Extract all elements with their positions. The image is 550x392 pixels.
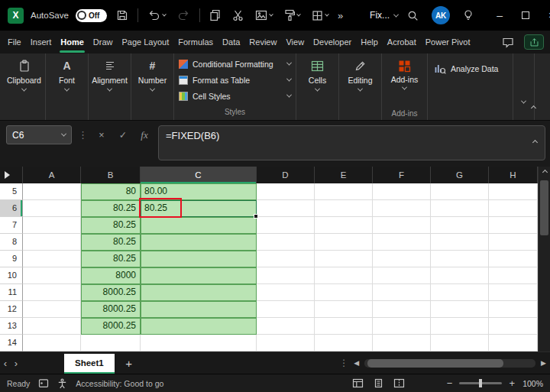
cell-H12[interactable] xyxy=(489,301,538,318)
menu-data[interactable]: Data xyxy=(218,31,244,53)
cell-C9[interactable] xyxy=(141,251,257,267)
cell-G11[interactable] xyxy=(431,284,489,301)
formula-input[interactable]: =FIXED(B6) xyxy=(158,125,545,160)
row-header-11[interactable]: 11 xyxy=(0,284,23,301)
menu-formulas[interactable]: Formulas xyxy=(173,31,218,53)
menu-review[interactable]: Review xyxy=(244,31,281,53)
cell-A11[interactable] xyxy=(23,284,81,301)
hscroll-left-button[interactable]: ◀ xyxy=(354,359,359,367)
zoom-out-button[interactable]: − xyxy=(447,377,453,389)
comments-button[interactable] xyxy=(500,34,516,50)
row-header-6[interactable]: 6 xyxy=(0,200,23,217)
cell-C11[interactable] xyxy=(141,284,257,301)
insert-function-button[interactable]: fx xyxy=(137,125,152,144)
expand-formula-bar-icon[interactable] xyxy=(532,140,538,145)
paste-button[interactable] xyxy=(253,8,275,23)
cell-G13[interactable] xyxy=(431,318,489,335)
save-button[interactable] xyxy=(114,7,131,24)
cell-C6[interactable]: 80.25 xyxy=(141,200,257,217)
menu-page-layout[interactable]: Page Layout xyxy=(117,31,173,53)
sheet-tab-sheet1[interactable]: Sheet1 xyxy=(64,354,115,374)
menu-acrobat[interactable]: Acrobat xyxy=(383,31,421,53)
share-button[interactable] xyxy=(524,34,544,50)
row-header-13[interactable]: 13 xyxy=(0,318,23,335)
menu-help[interactable]: Help xyxy=(356,31,383,53)
cell-D12[interactable] xyxy=(257,301,315,318)
cell-B7[interactable]: 80.25 xyxy=(81,217,141,234)
cell-E11[interactable] xyxy=(315,284,373,301)
cell-F12[interactable] xyxy=(373,301,431,318)
cell-G6[interactable] xyxy=(431,200,489,217)
menu-insert[interactable]: Insert xyxy=(26,31,57,53)
cell-H13[interactable] xyxy=(489,318,538,335)
cell-C7[interactable] xyxy=(141,217,257,234)
ribbon-group-editing[interactable]: Editing xyxy=(339,53,382,120)
normal-view-button[interactable] xyxy=(352,378,364,388)
macro-record-icon[interactable] xyxy=(38,378,49,388)
cell-H7[interactable] xyxy=(489,217,538,234)
cell-A7[interactable] xyxy=(23,217,81,234)
menu-developer[interactable]: Developer xyxy=(309,31,356,53)
cell-E14[interactable] xyxy=(315,335,373,352)
page-layout-view-button[interactable] xyxy=(374,378,383,388)
ribbon-group-alignment[interactable]: Alignment xyxy=(89,53,131,120)
format-painter-button[interactable] xyxy=(282,7,302,24)
column-header-B[interactable]: B xyxy=(81,167,141,183)
cell-E5[interactable] xyxy=(315,183,373,200)
column-header-F[interactable]: F xyxy=(373,167,431,183)
format-as-table-button[interactable]: Format as Table xyxy=(179,72,291,88)
fill-handle[interactable] xyxy=(254,214,258,219)
close-button[interactable]: × xyxy=(539,2,550,28)
ribbon-group-clipboard[interactable]: Clipboard xyxy=(3,53,46,120)
menu-view[interactable]: View xyxy=(281,31,309,53)
document-title[interactable]: Fix... xyxy=(370,10,398,21)
cell-F10[interactable] xyxy=(373,267,431,284)
cell-H8[interactable] xyxy=(489,234,538,251)
row-header-8[interactable]: 8 xyxy=(0,234,23,251)
cell-H9[interactable] xyxy=(489,251,538,267)
toolbar-overflow-button[interactable]: » xyxy=(338,10,343,21)
cell-H14[interactable] xyxy=(489,335,538,352)
accessibility-status[interactable]: Accessibility: Good to go xyxy=(76,379,163,388)
avatar[interactable]: AK xyxy=(432,6,450,24)
horizontal-scrollbar-thumb[interactable] xyxy=(367,359,503,368)
cell-D11[interactable] xyxy=(257,284,315,301)
row-header-12[interactable]: 12 xyxy=(0,301,23,318)
cell-F9[interactable] xyxy=(373,251,431,267)
zoom-level[interactable]: 100% xyxy=(522,379,543,388)
ideas-button[interactable] xyxy=(461,7,476,24)
row-header-5[interactable]: 5 xyxy=(0,183,23,200)
cell-E9[interactable] xyxy=(315,251,373,267)
cell-H11[interactable] xyxy=(489,284,538,301)
cell-G8[interactable] xyxy=(431,234,489,251)
cell-D7[interactable] xyxy=(257,217,315,234)
cell-C12[interactable] xyxy=(141,301,257,318)
column-header-A[interactable]: A xyxy=(23,167,81,183)
cell-F8[interactable] xyxy=(373,234,431,251)
page-break-view-button[interactable] xyxy=(393,378,405,388)
cell-A5[interactable] xyxy=(23,183,81,200)
cell-F13[interactable] xyxy=(373,318,431,335)
cell-D10[interactable] xyxy=(257,267,315,284)
cell-B5[interactable]: 80 xyxy=(81,183,141,200)
cell-B10[interactable]: 8000 xyxy=(81,267,141,284)
cell-B14[interactable] xyxy=(81,335,141,352)
collapse-ribbon-button[interactable] xyxy=(529,97,538,115)
column-header-D[interactable]: D xyxy=(257,167,315,183)
menu-power-pivot[interactable]: Power Pivot xyxy=(421,31,475,53)
copy-button[interactable] xyxy=(207,7,223,24)
borders-button[interactable] xyxy=(309,8,331,24)
cell-A14[interactable] xyxy=(23,335,81,352)
cell-A13[interactable] xyxy=(23,318,81,335)
cancel-button[interactable]: × xyxy=(94,125,109,144)
cell-B11[interactable]: 8000.25 xyxy=(81,284,141,301)
row-header-9[interactable]: 9 xyxy=(0,251,23,267)
cell-B13[interactable]: 8000.25 xyxy=(81,318,141,335)
ribbon-group-number[interactable]: # Number xyxy=(131,53,174,120)
cell-D14[interactable] xyxy=(257,335,315,352)
cell-C5[interactable]: 80.00 xyxy=(141,183,257,200)
conditional-formatting-button[interactable]: Conditional Formatting xyxy=(179,56,291,72)
menu-home[interactable]: Home xyxy=(56,31,89,53)
menu-file[interactable]: File xyxy=(3,31,26,53)
cell-A8[interactable] xyxy=(23,234,81,251)
